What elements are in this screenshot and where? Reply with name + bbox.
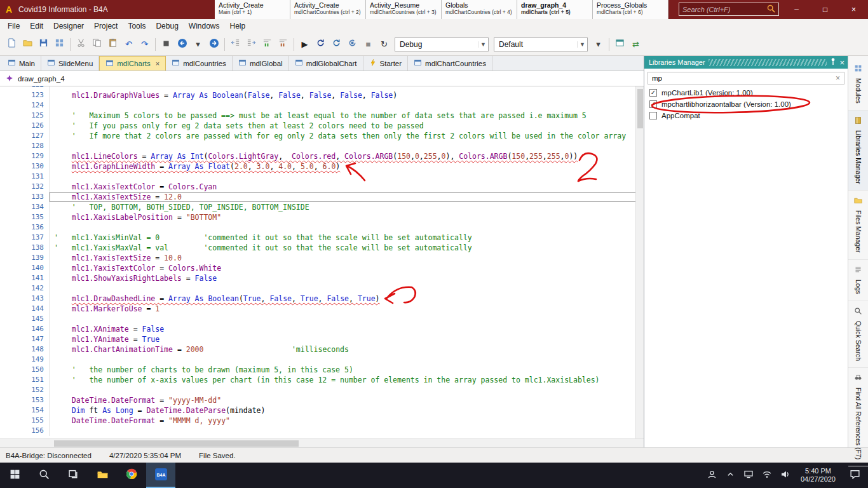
code-text[interactable]: ' mlc1.YaxisMaxVal = val 'commented it o… [50, 243, 644, 253]
modules-grid-icon[interactable] [51, 36, 67, 52]
module-tab-Starter[interactable]: Starter [363, 56, 409, 71]
menu-tools[interactable]: Tools [123, 19, 151, 33]
close-button[interactable]: × [839, 0, 868, 19]
save-icon[interactable] [36, 36, 51, 52]
side-tab-libraries-manager[interactable]: Libraries Manager [848, 111, 868, 191]
code-text[interactable] [50, 355, 644, 365]
debug-mode-combo[interactable]: Debug▼ [395, 37, 489, 51]
navigate-back-icon[interactable] [174, 36, 190, 52]
file-explorer-button[interactable] [88, 463, 117, 488]
side-tab-logs[interactable]: Logs [848, 260, 868, 301]
library-item-mpChartLib1[interactable]: ✓mpChartLib1 (Version: 1.00) [644, 87, 848, 98]
config-dropdown-icon[interactable]: ▾ [590, 36, 606, 52]
build-configuration-combo[interactable]: Default▼ [494, 37, 588, 51]
code-text[interactable]: mlc1.XaxisTextColor = Colors.Cyan [50, 182, 644, 192]
code-text[interactable]: DateTime.DateFormat = "yyyy-MM-dd" [50, 395, 644, 405]
code-text[interactable]: ' Maximum 5 colors to be passed ==> must… [50, 111, 644, 121]
code-text[interactable]: ' mlc1.YaxisMinVal = 0 'commented it out… [50, 233, 644, 243]
code-text[interactable]: mlc1.XAnimate = False [50, 324, 644, 334]
module-tab-Main[interactable]: Main [2, 56, 41, 71]
uncomment-icon[interactable] [275, 36, 291, 52]
module-tab-mdlCharts[interactable]: mdlCharts× [99, 56, 166, 71]
code-text[interactable]: mlc1.XaxisTextSize = 12.0 [50, 192, 644, 202]
side-tab-quick-search[interactable]: Quick Search [848, 301, 868, 368]
hidden-icons-button[interactable] [721, 463, 740, 488]
code-text[interactable]: DateTime.DateFormat = "MMMM d, yyyy" [50, 416, 644, 426]
library-checkbox[interactable] [649, 112, 657, 119]
code-text[interactable] [50, 314, 644, 324]
minimize-button[interactable]: – [782, 0, 811, 19]
search-box[interactable]: Search (Ctrl+F) [679, 3, 779, 16]
clear-search-icon[interactable]: × [836, 74, 840, 83]
code-text[interactable] [50, 283, 644, 294]
navigate-forward-icon[interactable] [206, 36, 222, 52]
compile-release-icon[interactable] [329, 36, 344, 52]
volume-button[interactable] [776, 463, 795, 488]
panel-close-icon[interactable]: × [839, 58, 844, 67]
module-tab-SlideMenu[interactable]: SlideMenu [41, 56, 99, 71]
comment-icon[interactable] [259, 36, 275, 52]
taskbar-search-button[interactable] [29, 463, 58, 488]
menu-debug[interactable]: Debug [151, 19, 183, 33]
code-text[interactable]: mlc1.ShowYaxisRightLabels = False [50, 273, 644, 283]
module-tab-mdlCountries[interactable]: mdlCountries [166, 56, 233, 71]
library-checkbox[interactable]: ✓ [649, 89, 657, 97]
bookmark-icon[interactable] [158, 36, 174, 52]
history-dropdown-icon[interactable]: ▾ [190, 36, 206, 52]
task-view-button[interactable] [58, 463, 88, 488]
b4a-button[interactable]: B4A [146, 463, 175, 488]
undo-icon[interactable]: ↶ [121, 36, 137, 52]
cut-icon[interactable] [73, 36, 89, 52]
chrome-button[interactable] [117, 463, 146, 488]
quick-tab-Process_Globals[interactable]: Process_GlobalsmdlCharts (ctrl + 6) [593, 0, 668, 19]
code-text[interactable]: mlc1.DrawGraphValues = Array As Boolean(… [50, 90, 644, 100]
compile-debug-icon[interactable] [313, 36, 329, 52]
menu-help[interactable]: Help [225, 19, 251, 33]
module-tab-mdlGlobal[interactable]: mdlGlobal [233, 56, 289, 71]
code-text[interactable]: ' If more that 2 colors are passed with … [50, 131, 644, 141]
code-text[interactable]: mlc1.YAnimate = True [50, 334, 644, 344]
restart-icon[interactable]: ↻ [376, 36, 392, 52]
menu-windows[interactable]: Windows [184, 19, 225, 33]
code-text[interactable] [50, 222, 644, 233]
quick-tab-Activity_Create[interactable]: Activity_CreatemdlChartCountries (ctrl +… [290, 0, 366, 19]
horizontal-scroll-thumb[interactable] [54, 440, 299, 447]
clean-project-icon[interactable] [344, 36, 360, 52]
code-text[interactable]: mlc1.YaxisTextColor = Colors.White [50, 263, 644, 273]
wifi-button[interactable] [758, 463, 776, 488]
code-text[interactable]: mlc1.MarkerToUse = 1 [50, 304, 644, 314]
menu-file[interactable]: File [3, 19, 25, 33]
close-tab-icon[interactable]: × [156, 60, 159, 67]
redo-icon[interactable]: ↷ [137, 36, 153, 52]
code-text[interactable]: Dim ft As Long = DateTime.DateParse(mind… [50, 405, 644, 416]
code-text[interactable] [50, 100, 644, 111]
library-item-mpchartlibhorizaontalbar[interactable]: ✓mpchartlibhorizaontalbar (Version: 1.00… [644, 98, 848, 110]
people-button[interactable] [703, 463, 721, 488]
library-item-AppCompat[interactable]: AppCompat [644, 110, 848, 121]
module-tab-mdlGlobalChart[interactable]: mdlGlobalChart [289, 56, 363, 71]
side-tab-modules[interactable]: Modules [848, 58, 868, 111]
code-text[interactable]: mlc1.ChartAnimationTime = 2000 'millisec… [50, 344, 644, 355]
library-search-input[interactable]: mp × [648, 72, 844, 85]
taskbar-clock[interactable]: 5:40 PM 04/27/2020 [795, 467, 841, 484]
run-icon[interactable]: ▶ [297, 36, 313, 52]
code-text[interactable]: mlc1.YaxisTextSize = 10.0 [50, 253, 644, 263]
network-button[interactable] [740, 463, 758, 488]
visual-designer-icon[interactable] [612, 36, 628, 52]
code-text[interactable] [50, 141, 644, 151]
quick-tab-Globals[interactable]: GlobalsmdlChartCountries (ctrl + 4) [442, 0, 517, 19]
outdent-icon[interactable] [227, 36, 243, 52]
pin-icon[interactable] [830, 58, 836, 67]
menu-project[interactable]: Project [89, 19, 123, 33]
code-text[interactable] [50, 172, 644, 182]
code-text[interactable]: ' the number of x-axis values per chart … [50, 375, 644, 385]
code-text[interactable] [50, 385, 644, 395]
side-tab-find-all-references-f7-[interactable]: Find All References (F7) [848, 368, 868, 466]
code-text[interactable] [50, 426, 644, 436]
open-project-icon[interactable] [20, 36, 36, 52]
maximize-button[interactable]: □ [811, 0, 839, 19]
code-text[interactable]: mlc1.GraphLineWidth = Array As Float(2.0… [50, 161, 644, 172]
quick-tab-Activity_Create[interactable]: Activity_CreateMain (ctrl + 1) [215, 0, 290, 19]
side-tab-files-manager[interactable]: Files Manager [848, 191, 868, 260]
code-text[interactable]: mlc1.DrawDashedLine = Array As Boolean(T… [50, 294, 644, 304]
